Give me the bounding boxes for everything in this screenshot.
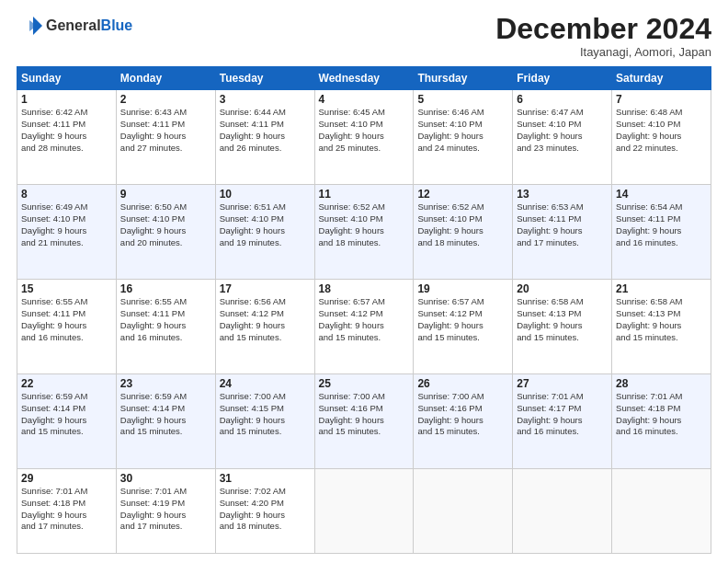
day-info: Sunrise: 6:50 AMSunset: 4:10 PMDaylight:… xyxy=(120,201,211,248)
calendar-row-3: 15Sunrise: 6:55 AMSunset: 4:11 PMDayligh… xyxy=(17,280,711,374)
day-info: Sunrise: 6:52 AMSunset: 4:10 PMDaylight:… xyxy=(417,201,508,248)
logo-general-text: General xyxy=(46,17,101,34)
table-row: 12Sunrise: 6:52 AMSunset: 4:10 PMDayligh… xyxy=(414,185,513,280)
col-saturday: Saturday xyxy=(612,67,711,90)
table-row xyxy=(314,469,414,554)
table-row: 28Sunrise: 7:01 AMSunset: 4:18 PMDayligh… xyxy=(612,374,711,469)
table-row: 11Sunrise: 6:52 AMSunset: 4:10 PMDayligh… xyxy=(314,185,414,280)
day-info: Sunrise: 6:59 AMSunset: 4:14 PMDaylight:… xyxy=(21,391,112,438)
col-friday: Friday xyxy=(513,67,612,90)
day-number: 31 xyxy=(220,472,311,485)
day-number: 3 xyxy=(220,93,311,106)
table-row: 18Sunrise: 6:57 AMSunset: 4:12 PMDayligh… xyxy=(314,280,414,374)
table-row: 17Sunrise: 6:56 AMSunset: 4:12 PMDayligh… xyxy=(215,280,314,374)
day-info: Sunrise: 6:57 AMSunset: 4:12 PMDaylight:… xyxy=(417,296,508,343)
day-info: Sunrise: 6:51 AMSunset: 4:10 PMDaylight:… xyxy=(220,201,311,248)
day-info: Sunrise: 6:57 AMSunset: 4:12 PMDaylight:… xyxy=(319,296,410,343)
day-number: 29 xyxy=(21,472,112,485)
table-row: 2Sunrise: 6:43 AMSunset: 4:11 PMDaylight… xyxy=(116,90,215,185)
table-row: 19Sunrise: 6:57 AMSunset: 4:12 PMDayligh… xyxy=(414,280,513,374)
day-number: 25 xyxy=(319,377,410,390)
day-info: Sunrise: 6:55 AMSunset: 4:11 PMDaylight:… xyxy=(21,296,112,343)
col-tuesday: Tuesday xyxy=(215,67,314,90)
table-row xyxy=(414,469,513,554)
day-number: 10 xyxy=(220,188,311,201)
calendar-page: GeneralBlue December 2024 Itayanagi, Aom… xyxy=(0,0,728,563)
day-info: Sunrise: 6:44 AMSunset: 4:11 PMDaylight:… xyxy=(220,107,311,154)
table-row: 27Sunrise: 7:01 AMSunset: 4:17 PMDayligh… xyxy=(513,374,612,469)
day-info: Sunrise: 6:55 AMSunset: 4:11 PMDaylight:… xyxy=(120,296,211,343)
day-info: Sunrise: 7:01 AMSunset: 4:18 PMDaylight:… xyxy=(616,391,707,438)
day-number: 6 xyxy=(517,93,608,106)
table-row: 10Sunrise: 6:51 AMSunset: 4:10 PMDayligh… xyxy=(215,185,314,280)
header: GeneralBlue December 2024 Itayanagi, Aom… xyxy=(17,13,711,59)
day-number: 17 xyxy=(220,282,311,295)
table-row: 4Sunrise: 6:45 AMSunset: 4:10 PMDaylight… xyxy=(314,90,414,185)
day-number: 14 xyxy=(616,188,707,201)
day-number: 2 xyxy=(120,93,211,106)
col-sunday: Sunday xyxy=(17,67,117,90)
logo: GeneralBlue xyxy=(17,13,132,39)
day-number: 26 xyxy=(417,377,508,390)
table-row: 15Sunrise: 6:55 AMSunset: 4:11 PMDayligh… xyxy=(17,280,117,374)
table-row: 1Sunrise: 6:42 AMSunset: 4:11 PMDaylight… xyxy=(17,90,117,185)
table-row: 22Sunrise: 6:59 AMSunset: 4:14 PMDayligh… xyxy=(17,374,117,469)
calendar-table: Sunday Monday Tuesday Wednesday Thursday… xyxy=(17,66,711,554)
table-row: 21Sunrise: 6:58 AMSunset: 4:13 PMDayligh… xyxy=(612,280,711,374)
day-number: 18 xyxy=(319,282,410,295)
table-row: 16Sunrise: 6:55 AMSunset: 4:11 PMDayligh… xyxy=(116,280,215,374)
col-wednesday: Wednesday xyxy=(314,67,414,90)
day-number: 24 xyxy=(220,377,311,390)
day-info: Sunrise: 6:48 AMSunset: 4:10 PMDaylight:… xyxy=(616,107,707,154)
table-row: 30Sunrise: 7:01 AMSunset: 4:19 PMDayligh… xyxy=(116,469,215,554)
col-monday: Monday xyxy=(116,67,215,90)
day-number: 30 xyxy=(120,472,211,485)
day-info: Sunrise: 7:02 AMSunset: 4:20 PMDaylight:… xyxy=(220,486,311,533)
calendar-row-2: 8Sunrise: 6:49 AMSunset: 4:10 PMDaylight… xyxy=(17,185,711,280)
day-number: 1 xyxy=(21,93,112,106)
day-info: Sunrise: 6:58 AMSunset: 4:13 PMDaylight:… xyxy=(616,296,707,343)
day-number: 11 xyxy=(319,188,410,201)
day-info: Sunrise: 6:56 AMSunset: 4:12 PMDaylight:… xyxy=(220,296,311,343)
table-row: 29Sunrise: 7:01 AMSunset: 4:18 PMDayligh… xyxy=(17,469,117,554)
table-row: 5Sunrise: 6:46 AMSunset: 4:10 PMDaylight… xyxy=(414,90,513,185)
table-row: 25Sunrise: 7:00 AMSunset: 4:16 PMDayligh… xyxy=(314,374,414,469)
header-row: Sunday Monday Tuesday Wednesday Thursday… xyxy=(17,67,711,90)
day-info: Sunrise: 6:46 AMSunset: 4:10 PMDaylight:… xyxy=(417,107,508,154)
title-block: December 2024 Itayanagi, Aomori, Japan xyxy=(495,13,711,59)
day-number: 27 xyxy=(517,377,608,390)
table-row: 23Sunrise: 6:59 AMSunset: 4:14 PMDayligh… xyxy=(116,374,215,469)
logo-blue-text: Blue xyxy=(101,17,133,34)
day-number: 19 xyxy=(417,282,508,295)
day-info: Sunrise: 6:49 AMSunset: 4:10 PMDaylight:… xyxy=(21,201,112,248)
day-info: Sunrise: 6:53 AMSunset: 4:11 PMDaylight:… xyxy=(517,201,608,248)
col-thursday: Thursday xyxy=(414,67,513,90)
day-number: 20 xyxy=(517,282,608,295)
day-number: 4 xyxy=(319,93,410,106)
day-number: 23 xyxy=(120,377,211,390)
day-info: Sunrise: 7:00 AMSunset: 4:16 PMDaylight:… xyxy=(319,391,410,438)
table-row xyxy=(612,469,711,554)
day-info: Sunrise: 6:47 AMSunset: 4:10 PMDaylight:… xyxy=(517,107,608,154)
table-row: 8Sunrise: 6:49 AMSunset: 4:10 PMDaylight… xyxy=(17,185,117,280)
day-number: 5 xyxy=(417,93,508,106)
day-info: Sunrise: 6:59 AMSunset: 4:14 PMDaylight:… xyxy=(120,391,211,438)
day-info: Sunrise: 6:52 AMSunset: 4:10 PMDaylight:… xyxy=(319,201,410,248)
table-row: 24Sunrise: 7:00 AMSunset: 4:15 PMDayligh… xyxy=(215,374,314,469)
calendar-row-4: 22Sunrise: 6:59 AMSunset: 4:14 PMDayligh… xyxy=(17,374,711,469)
table-row: 3Sunrise: 6:44 AMSunset: 4:11 PMDaylight… xyxy=(215,90,314,185)
logo-icon xyxy=(17,13,42,39)
table-row: 14Sunrise: 6:54 AMSunset: 4:11 PMDayligh… xyxy=(612,185,711,280)
day-number: 13 xyxy=(517,188,608,201)
day-number: 16 xyxy=(120,282,211,295)
day-number: 28 xyxy=(616,377,707,390)
table-row: 26Sunrise: 7:00 AMSunset: 4:16 PMDayligh… xyxy=(414,374,513,469)
logo-text: GeneralBlue xyxy=(46,17,132,34)
day-number: 21 xyxy=(616,282,707,295)
table-row: 6Sunrise: 6:47 AMSunset: 4:10 PMDaylight… xyxy=(513,90,612,185)
month-title: December 2024 xyxy=(495,13,711,45)
day-info: Sunrise: 7:00 AMSunset: 4:16 PMDaylight:… xyxy=(417,391,508,438)
day-info: Sunrise: 6:58 AMSunset: 4:13 PMDaylight:… xyxy=(517,296,608,343)
day-info: Sunrise: 6:54 AMSunset: 4:11 PMDaylight:… xyxy=(616,201,707,248)
day-number: 15 xyxy=(21,282,112,295)
